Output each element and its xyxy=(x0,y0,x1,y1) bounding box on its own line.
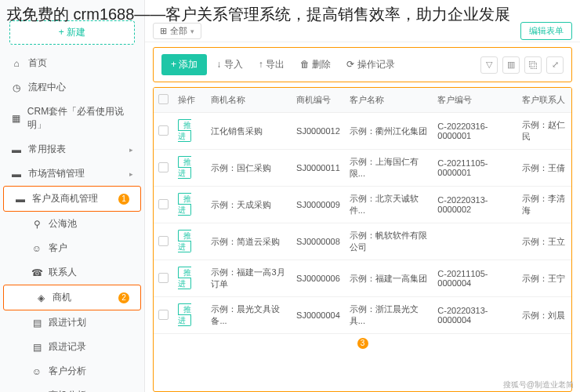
badge: 2 xyxy=(118,292,129,303)
edit-form-button[interactable]: 编辑表单 xyxy=(520,22,572,40)
table-row[interactable]: 推进江化销售采购SJ0000012示例：衢州江化集团C-20220316-000… xyxy=(154,113,571,150)
import-button[interactable]: ↓ 导入 xyxy=(210,54,248,75)
nav-label: 首页 xyxy=(28,56,47,70)
tabs-bar: ⊞全部▾ 编辑表单 xyxy=(145,20,580,42)
chevron-down-icon: ▾ xyxy=(190,27,194,35)
cell-ccode: C-20220313-0000004 xyxy=(433,297,517,334)
column-icon[interactable]: ▥ xyxy=(502,56,520,74)
checkbox[interactable] xyxy=(158,162,169,172)
nav-item-10[interactable]: ▤跟进计划 xyxy=(0,310,144,335)
cell-name: 示例：福建一高3月订单 xyxy=(206,260,292,297)
filter-icon[interactable]: ▽ xyxy=(480,56,498,74)
cell-name: 示例：晨光文具设备... xyxy=(206,297,292,334)
nav-item-1[interactable]: ◷流程中心 xyxy=(0,75,144,100)
table-row[interactable]: 推进示例：简道云采购SJ0000008示例：帆软软件有限公司示例：王立 xyxy=(154,223,571,260)
nav-icon: ◈ xyxy=(35,292,46,303)
add-button[interactable]: + 添加 xyxy=(161,54,207,75)
th-5: 客户编号 xyxy=(433,88,517,113)
nav-label: 客户分析 xyxy=(49,365,86,378)
nav-icon: ▬ xyxy=(11,169,22,180)
tab-all[interactable]: ⊞全部▾ xyxy=(153,23,201,39)
nav-label: 联系人 xyxy=(49,266,77,279)
nav-icon: ⚲ xyxy=(31,219,42,230)
cell-cust: 示例：北京天诚软件... xyxy=(345,187,433,223)
checkbox[interactable] xyxy=(158,273,169,283)
log-button[interactable]: ⟳ 操作记录 xyxy=(340,54,401,75)
nav-item-4[interactable]: ▬市场营销管理▸ xyxy=(0,162,144,186)
main: ⊞全部▾ 编辑表单 + 添加 ↓ 导入 ↑ 导出 🗑 删除 ⟳ 操作记录 ▽ ▥… xyxy=(145,0,580,392)
nav-item-11[interactable]: ▤跟进记录 xyxy=(0,335,144,359)
th-2: 商机名称 xyxy=(206,88,292,113)
cell-contact: 示例：李清海 xyxy=(517,187,571,223)
toolbar: + 添加 ↓ 导入 ↑ 导出 🗑 删除 ⟳ 操作记录 ▽ ▥ ⿻ ⤢ xyxy=(153,47,572,82)
watermark: 搜狐号@制造业老简 xyxy=(503,379,574,390)
nav-item-6[interactable]: ⚲公海池 xyxy=(0,212,144,236)
push-button[interactable]: 推进 xyxy=(178,267,191,289)
nav-label: 商机 xyxy=(53,291,71,304)
grid-icon: ⊞ xyxy=(160,26,167,36)
table-row[interactable]: 推进示例：福建一高3月订单SJ0000006示例：福建一高集团C-2021110… xyxy=(154,260,571,297)
chevron-icon: ▸ xyxy=(129,170,133,178)
cell-code: SJ0000008 xyxy=(292,223,345,260)
nav-label: 客户 xyxy=(49,241,67,255)
checkbox[interactable] xyxy=(158,310,169,320)
copy-icon[interactable]: ⿻ xyxy=(524,56,542,74)
checkbox[interactable] xyxy=(158,199,169,209)
nav-label: 市场营销管理 xyxy=(28,167,85,180)
delete-button[interactable]: 🗑 删除 xyxy=(294,54,337,75)
table-row[interactable]: 推进示例：国仁采购SJ0000011示例：上海国仁有限...C-20211105… xyxy=(154,150,571,187)
cell-contact: 示例：刘晨 xyxy=(517,297,571,334)
push-button[interactable]: 推进 xyxy=(178,193,191,216)
cell-cust: 示例：帆软软件有限公司 xyxy=(345,223,433,260)
nav-label: 商机分析 xyxy=(49,389,86,392)
nav-label: 跟进计划 xyxy=(49,316,86,329)
chevron-icon: ▸ xyxy=(129,146,133,154)
tool-icons: ▽ ▥ ⿻ ⤢ xyxy=(480,56,564,74)
cell-cust: 示例：福建一高集团 xyxy=(345,260,433,297)
cell-code: SJ0000012 xyxy=(292,113,345,150)
nav-item-3[interactable]: ▬常用报表▸ xyxy=(0,137,144,162)
th-3: 商机编号 xyxy=(292,88,345,113)
nav-label: 流程中心 xyxy=(28,81,66,94)
cell-ccode: C-20220313-0000002 xyxy=(433,187,517,223)
push-button[interactable]: 推进 xyxy=(178,156,191,179)
push-button[interactable]: 推进 xyxy=(178,119,191,142)
badge: 1 xyxy=(118,194,129,205)
nav-item-0[interactable]: ⌂首页 xyxy=(0,51,144,75)
checkbox[interactable] xyxy=(158,125,169,136)
nav-item-12[interactable]: ☺客户分析 xyxy=(0,359,144,383)
cell-ccode xyxy=(433,223,517,260)
sidebar: + 新建 ⌂首页◷流程中心▦CRM套件「必看使用说明」▬常用报表▸▬市场营销管理… xyxy=(0,0,145,392)
data-table: 操作商机名称商机编号客户名称客户编号客户联系人 推进江化销售采购SJ000001… xyxy=(154,88,571,334)
nav-item-8[interactable]: ☎联系人 xyxy=(0,260,144,285)
new-button[interactable]: + 新建 xyxy=(9,20,135,45)
table-row[interactable]: 推进示例：天成采购SJ0000009示例：北京天诚软件...C-20220313… xyxy=(154,187,571,223)
nav-icon: ▬ xyxy=(11,144,22,155)
nav-item-5[interactable]: ▬客户及商机管理1 xyxy=(3,186,141,212)
export-button[interactable]: ↑ 导出 xyxy=(252,54,291,75)
push-button[interactable]: 推进 xyxy=(178,230,191,252)
nav-label: 跟进记录 xyxy=(49,340,86,354)
table-body: 推进江化销售采购SJ0000012示例：衢州江化集团C-20220316-000… xyxy=(154,113,571,334)
cell-cust: 示例：衢州江化集团 xyxy=(345,113,433,150)
cell-name: 示例：简道云采购 xyxy=(206,223,292,260)
cell-ccode: C-20211105-0000004 xyxy=(433,260,517,297)
nav-item-13[interactable]: ▦商机分析 xyxy=(0,383,144,392)
nav-icon: ☎ xyxy=(31,267,42,278)
nav-item-2[interactable]: ▦CRM套件「必看使用说明」 xyxy=(0,100,144,137)
cell-name: 江化销售采购 xyxy=(206,113,292,150)
checkbox-all[interactable] xyxy=(158,94,169,104)
checkbox[interactable] xyxy=(158,236,169,246)
nav-item-7[interactable]: ☺客户 xyxy=(0,236,144,260)
th-1: 操作 xyxy=(173,88,206,113)
footer-badge: 3 xyxy=(154,334,571,352)
nav-label: 公海池 xyxy=(49,217,77,230)
table-row[interactable]: 推进示例：晨光文具设备...SJ0000004示例：浙江晨光文具...C-202… xyxy=(154,297,571,334)
cell-name: 示例：天成采购 xyxy=(206,187,292,223)
push-button[interactable]: 推进 xyxy=(178,303,191,326)
table-wrap: 操作商机名称商机编号客户名称客户编号客户联系人 推进江化销售采购SJ000001… xyxy=(153,87,572,392)
nav-item-9[interactable]: ◈商机2 xyxy=(3,285,141,310)
nav-icon: ▤ xyxy=(31,342,42,353)
cell-cust: 示例：上海国仁有限... xyxy=(345,150,433,187)
expand-icon[interactable]: ⤢ xyxy=(546,56,564,74)
